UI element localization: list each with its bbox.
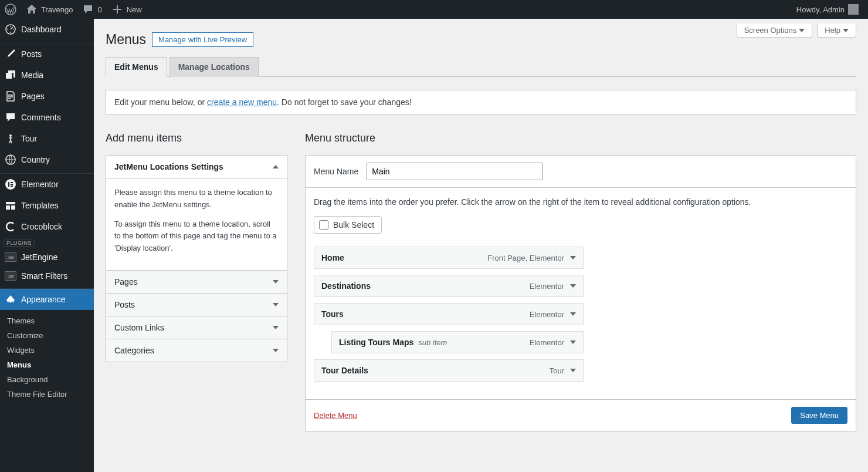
sidebar-item-pages[interactable]: Pages xyxy=(0,86,94,107)
sidebar-item-dashboard[interactable]: Dashboard xyxy=(0,19,94,40)
sidebar-item-comments[interactable]: Comments xyxy=(0,107,94,128)
sidebar-item-appearance[interactable]: Appearance xyxy=(0,289,94,310)
bulk-select-toggle[interactable]: Bulk Select xyxy=(314,216,382,234)
account-link[interactable]: Howdy, Admin xyxy=(792,0,863,19)
new-content-link[interactable]: New xyxy=(107,0,147,19)
add-menu-items-title: Add menu items xyxy=(106,132,287,144)
sidebar-item-media[interactable]: Media xyxy=(0,65,94,86)
jet-icon: Jet xyxy=(5,271,16,281)
plugins-separator: PLUGINS xyxy=(4,240,35,247)
chevron-down-icon[interactable] xyxy=(570,256,576,259)
chevron-down-icon xyxy=(273,280,279,284)
create-new-menu-link[interactable]: create a new menu xyxy=(207,97,277,107)
sidebar-item-country[interactable]: Country xyxy=(0,149,94,170)
menu-structure-title: Menu structure xyxy=(305,132,856,144)
chevron-down-icon xyxy=(799,29,805,32)
submenu-theme-file-editor[interactable]: Theme File Editor xyxy=(0,387,94,402)
site-name-label: Travengo xyxy=(41,5,73,14)
submenu-themes[interactable]: Themes xyxy=(0,313,94,328)
acc-custom-links-head[interactable]: Custom Links xyxy=(106,316,287,339)
chevron-down-icon xyxy=(273,303,279,306)
comments-link[interactable]: 0 xyxy=(77,0,106,19)
menu-item-tours[interactable]: ToursElementor xyxy=(314,303,584,325)
menu-item-tour-details[interactable]: Tour DetailsTour xyxy=(314,359,584,382)
sidebar-item-posts[interactable]: Posts xyxy=(0,43,94,65)
delete-menu-link[interactable]: Delete Menu xyxy=(314,411,357,420)
submenu-appearance: Themes Customize Widgets Menus Backgroun… xyxy=(0,310,94,407)
menu-item-listing-tours-maps[interactable]: Listing Tours Maps sub itemElementor xyxy=(331,331,584,353)
menu-edit-panel: Menu Name Drag the items into the order … xyxy=(305,155,856,431)
svg-rect-5 xyxy=(8,182,9,187)
sidebar-item-tour[interactable]: Tour xyxy=(0,128,94,149)
menu-item-destinations[interactable]: DestinationsElementor xyxy=(314,275,584,297)
menu-item-home[interactable]: HomeFront Page, Elementor xyxy=(314,247,584,269)
chevron-down-icon[interactable] xyxy=(570,340,576,344)
chevron-up-icon xyxy=(273,165,279,168)
acc-posts-head[interactable]: Posts xyxy=(106,293,287,316)
submenu-background[interactable]: Background xyxy=(0,372,94,387)
sidebar-item-templates[interactable]: Templates xyxy=(0,195,94,216)
tab-edit-menus[interactable]: Edit Menus xyxy=(106,57,167,77)
new-label: New xyxy=(127,5,142,14)
add-items-accordion: JetMenu Locations Settings Please assign… xyxy=(106,155,287,362)
admin-sidebar: Dashboard Posts Media Pages Comments Tou… xyxy=(0,19,94,455)
tab-manage-locations[interactable]: Manage Locations xyxy=(169,57,259,77)
comments-count: 0 xyxy=(97,5,101,14)
sidebar-item-crocoblock[interactable]: Crocoblock xyxy=(0,216,94,237)
structure-help-text: Drag the items into the order you prefer… xyxy=(314,197,847,207)
edit-notice: Edit your menu below, or create a new me… xyxy=(106,90,856,114)
acc-categories-head[interactable]: Categories xyxy=(106,339,287,362)
admin-bar: Travengo 0 New Howdy, Admin xyxy=(0,0,868,19)
jet-icon: Jet xyxy=(5,252,16,262)
menu-items-list: HomeFront Page, Elementor DestinationsEl… xyxy=(314,247,584,382)
svg-rect-8 xyxy=(11,186,13,187)
nav-tabs: Edit Menus Manage Locations xyxy=(106,57,856,77)
chevron-down-icon xyxy=(273,326,279,329)
submenu-widgets[interactable]: Widgets xyxy=(0,343,94,358)
submenu-menus[interactable]: Menus xyxy=(0,358,94,372)
chevron-down-icon[interactable] xyxy=(570,284,576,288)
site-name-link[interactable]: Travengo xyxy=(21,0,77,19)
svg-point-2 xyxy=(9,134,12,137)
page-title: Menus xyxy=(106,32,146,48)
save-menu-button[interactable]: Save Menu xyxy=(791,407,847,424)
bulk-select-checkbox[interactable] xyxy=(319,220,328,230)
acc-jetmenu-body: Please assign this menu to a theme locat… xyxy=(106,178,287,270)
menu-name-input[interactable] xyxy=(367,163,542,180)
chevron-down-icon xyxy=(273,349,279,352)
avatar-icon xyxy=(848,4,859,15)
main-content: Screen Options Help Menus Manage with Li… xyxy=(94,19,868,455)
screen-options-button[interactable]: Screen Options xyxy=(737,23,813,38)
submenu-customize[interactable]: Customize xyxy=(0,328,94,343)
menu-name-label: Menu Name xyxy=(314,167,358,176)
acc-jetmenu-head[interactable]: JetMenu Locations Settings xyxy=(106,156,287,178)
chevron-down-icon xyxy=(843,29,849,32)
manage-live-preview-button[interactable]: Manage with Live Preview xyxy=(152,32,253,47)
sidebar-item-smartfilters[interactable]: JetSmart Filters xyxy=(0,267,94,285)
svg-rect-6 xyxy=(11,182,13,183)
chevron-down-icon[interactable] xyxy=(570,312,576,316)
sidebar-item-jetengine[interactable]: JetJetEngine xyxy=(0,248,94,267)
chevron-down-icon[interactable] xyxy=(570,369,576,372)
sidebar-item-elementor[interactable]: Elementor xyxy=(0,174,94,195)
howdy-label: Howdy, Admin xyxy=(796,5,845,14)
svg-rect-7 xyxy=(11,184,13,185)
help-button[interactable]: Help xyxy=(817,23,856,38)
wp-logo-icon[interactable] xyxy=(0,0,21,19)
acc-pages-head[interactable]: Pages xyxy=(106,270,287,293)
